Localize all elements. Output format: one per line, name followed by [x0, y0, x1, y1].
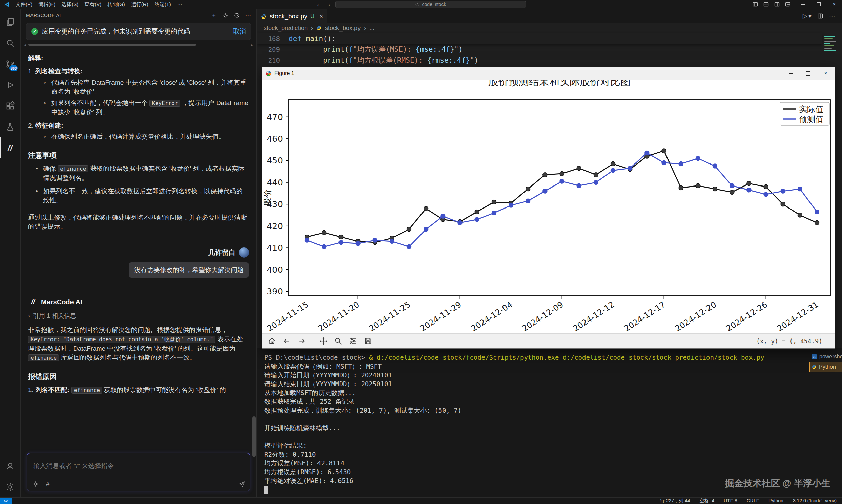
assistant-name: MarsCode AI — [41, 298, 82, 307]
remote-indicator[interactable]: >< — [0, 498, 12, 504]
reference-toggle[interactable]: › 引用 1 相关信息 — [28, 311, 249, 321]
menu-item-4[interactable]: 转到(G) — [104, 1, 128, 8]
figure-minimize-button[interactable] — [782, 67, 799, 79]
context-hash-icon[interactable]: # — [46, 480, 50, 488]
sidebar-item-search[interactable] — [0, 33, 20, 53]
menu-item-7[interactable]: ··· — [174, 1, 185, 8]
matplotlib-figure-window[interactable]: Figure 1 × 股价预测结果和实际股价对比图390400410420430… — [262, 67, 835, 349]
more-actions-icon[interactable]: ⋯ — [829, 12, 835, 20]
scrollbar-thumb[interactable] — [29, 44, 196, 46]
back-icon[interactable] — [280, 335, 293, 347]
figure-close-button[interactable]: × — [817, 67, 835, 79]
panel-settings-icon[interactable] — [223, 13, 228, 18]
marscode-icon: // — [8, 144, 13, 152]
text-segment: 列名不匹配: — [35, 386, 71, 393]
toggle-secondary-sidebar-icon[interactable] — [774, 2, 780, 7]
account-icon[interactable] — [0, 455, 20, 476]
tab-stock-box[interactable]: stock_box.py U × — [257, 9, 327, 23]
more-actions-icon[interactable]: ⋯ — [245, 12, 252, 19]
history-forward-icon[interactable]: → — [326, 1, 331, 7]
status-item[interactable]: CRLF — [747, 498, 759, 504]
customize-layout-icon[interactable] — [785, 2, 790, 7]
vscode-logo-icon — [4, 2, 10, 7]
explain-heading: 解释: — [28, 53, 249, 62]
sidebar-item-testing[interactable] — [0, 116, 20, 138]
sidebar-item-run-debug[interactable] — [0, 74, 20, 95]
terminal-output[interactable]: PS D:\codelist\code_stock> & d:/codelist… — [264, 353, 804, 494]
menu-item-1[interactable]: 编辑(E) — [35, 1, 58, 8]
svg-text:420: 420 — [267, 221, 283, 231]
code-line[interactable]: 209 print(f"均方误差(MSE): {mse:.4f}") — [257, 44, 822, 55]
history-back-icon[interactable]: ← — [316, 1, 322, 7]
svg-text:2024-12-04: 2024-12-04 — [469, 300, 514, 334]
sidebar-item-marscode[interactable]: // — [0, 138, 20, 158]
y-axis-label: 股价 — [263, 189, 272, 206]
window-minimize-button[interactable] — [795, 0, 811, 9]
menu-item-2[interactable]: 选择(S) — [58, 1, 81, 8]
toggle-panel-icon[interactable] — [763, 2, 769, 7]
svg-text:2024-12-31: 2024-12-31 — [775, 300, 820, 334]
assistant-reply: 非常抱歉，我之前的回答没有解决您的问题。根据您提供的报错信息，KeyError:… — [28, 325, 249, 362]
breadcrumb-symbol[interactable]: ... — [369, 25, 374, 32]
settings-gear-icon[interactable] — [0, 476, 20, 498]
success-check-icon: ✓ — [31, 28, 38, 35]
sidebar-item-explorer[interactable] — [0, 12, 20, 33]
status-item[interactable]: 行 227，列 44 — [660, 498, 690, 504]
home-icon[interactable] — [265, 335, 278, 347]
status-item[interactable]: Python — [769, 498, 784, 504]
split-editor-icon[interactable] — [818, 13, 823, 19]
titlebar: 文件(F)编辑(E)选择(S)查看(V)转到(G)运行(R)终端(T)··· ←… — [0, 0, 842, 9]
figure-titlebar[interactable]: Figure 1 × — [262, 67, 835, 79]
menu-item-5[interactable]: 运行(R) — [128, 1, 152, 8]
terminal-tab-python[interactable]: Python — [809, 362, 842, 372]
history-icon[interactable] — [234, 13, 240, 18]
error-item: 1. 列名不匹配: efinance 获取的股票数据中可能没有名为 '收盘价' … — [28, 385, 249, 395]
menu-item-3[interactable]: 查看(V) — [81, 1, 104, 8]
status-item[interactable]: 3.12.0 ('fcode': venv) — [793, 498, 837, 504]
menu-item-6[interactable]: 终端(T) — [152, 1, 174, 8]
svg-text:实际值: 实际值 — [799, 105, 823, 114]
subplot-settings-icon[interactable] — [347, 335, 359, 347]
marscode-panel: MARSCODE AI ＋ ⋯ ✓ 应用变更的任务已完成，但未识别到需要变更的代… — [21, 9, 257, 498]
svg-text:400: 400 — [267, 265, 283, 275]
command-center-search[interactable]: code_stock — [336, 1, 526, 8]
tab-close-icon[interactable]: × — [319, 13, 323, 20]
terminal-tab-powershell[interactable]: powershell — [809, 352, 842, 362]
new-chat-icon[interactable]: ＋ — [211, 12, 217, 19]
breadcrumb-folder[interactable]: stock_prediction — [263, 25, 308, 32]
code-viewport[interactable]: 168 def main(): 209 print(f"均方误差(MSE): {… — [257, 33, 822, 66]
terminal-panel[interactable]: PS D:\codelist\code_stock> & d:/codelist… — [257, 348, 842, 498]
code-line[interactable]: 210 print(f"均方根误差(RMSE): {rmse:.4f}") — [257, 55, 822, 66]
pan-icon[interactable] — [317, 335, 329, 347]
send-icon[interactable] — [239, 481, 245, 487]
text-segment: 非常抱歉，我之前的回答没有解决您的问题。根据您提供的报错信息， — [28, 326, 228, 334]
forward-icon[interactable] — [295, 335, 308, 347]
status-item[interactable]: UTF-8 — [724, 498, 737, 504]
run-python-button[interactable]: ▷▾ — [803, 12, 811, 20]
figure-canvas[interactable]: 股价预测结果和实际股价对比图39040041042043044045046047… — [262, 79, 835, 334]
toggle-sidebar-icon[interactable] — [753, 2, 758, 7]
sticky-scroll-line[interactable]: 168 def main(): — [257, 33, 822, 44]
skills-icon[interactable] — [33, 481, 39, 487]
scm-changes-badge: 863 — [10, 65, 18, 71]
cancel-button[interactable]: 取消 — [233, 27, 246, 36]
window-maximize-button[interactable] — [811, 0, 826, 9]
chat-input-card[interactable]: # — [27, 453, 251, 491]
prediction-chart[interactable]: 股价预测结果和实际股价对比图39040041042043044045046047… — [262, 79, 835, 334]
save-icon[interactable] — [362, 335, 374, 347]
zoom-icon[interactable] — [332, 335, 344, 347]
chat-input[interactable] — [27, 453, 250, 474]
svg-text:2024-12-26: 2024-12-26 — [724, 300, 769, 334]
sidebar-scrollbar[interactable] — [253, 416, 256, 457]
menu-item-0[interactable]: 文件(F) — [13, 1, 35, 8]
terminal-line: 数据获取完成，共 252 条记录 — [264, 397, 804, 406]
sidebar-item-source-control[interactable]: 863 — [0, 53, 20, 74]
breadcrumb-file[interactable]: stock_box.py — [325, 25, 361, 32]
notice-scrollbar[interactable]: ◂ ▸ — [24, 43, 253, 47]
figure-maximize-button[interactable] — [799, 67, 817, 79]
status-item[interactable]: 空格: 4 — [700, 498, 715, 504]
tab-bar: stock_box.py U × ▷▾ ⋯ — [257, 9, 842, 23]
sidebar-item-extensions[interactable] — [0, 95, 20, 116]
window-close-button[interactable]: × — [826, 0, 842, 9]
chart-title: 股价预测结果和实际股价对比图 — [488, 79, 631, 87]
